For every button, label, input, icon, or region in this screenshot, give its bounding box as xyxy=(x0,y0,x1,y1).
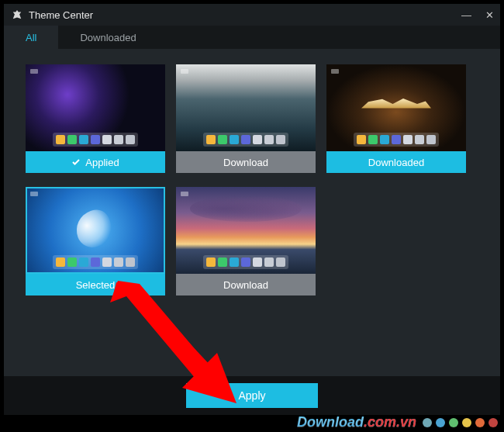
tab-all[interactable]: All xyxy=(4,26,58,49)
theme-center-window: Theme Center — ✕ All Downloaded Applied xyxy=(4,4,500,415)
watermark-dots xyxy=(423,418,498,427)
theme-card-feather[interactable]: Selected xyxy=(26,187,165,295)
theme-card-sunset[interactable]: Download xyxy=(176,187,316,295)
theme-card-lineage[interactable]: Downloaded xyxy=(326,64,466,173)
tabs: All Downloaded xyxy=(4,26,500,49)
footer-bar: Apply xyxy=(4,376,500,415)
theme-card-asteroid[interactable]: Download xyxy=(176,64,316,173)
theme-grid-container: Applied Download Downloaded xyxy=(4,49,500,376)
theme-thumbnail xyxy=(26,187,165,274)
watermark: Download.com.vn xyxy=(297,414,498,430)
theme-status-label: Applied xyxy=(26,151,165,173)
minimize-button[interactable]: — xyxy=(461,9,471,21)
check-icon xyxy=(71,157,81,167)
titlebar: Theme Center — ✕ xyxy=(4,4,500,26)
close-button[interactable]: ✕ xyxy=(485,9,494,21)
theme-status-label: Download xyxy=(176,274,316,295)
window-title: Theme Center xyxy=(29,9,93,21)
theme-thumbnail xyxy=(326,64,466,151)
theme-thumbnail xyxy=(176,64,316,151)
theme-thumbnail xyxy=(176,187,316,274)
theme-status-label: Download xyxy=(176,151,316,173)
theme-thumbnail xyxy=(26,64,165,151)
app-icon xyxy=(12,9,22,20)
theme-status-label: Selected xyxy=(26,274,165,295)
watermark-text: Download.com.vn xyxy=(297,414,416,430)
tab-downloaded[interactable]: Downloaded xyxy=(58,26,157,49)
theme-status-label: Downloaded xyxy=(326,151,466,173)
apply-button[interactable]: Apply xyxy=(186,383,318,408)
theme-card-galaxy[interactable]: Applied xyxy=(26,64,165,173)
